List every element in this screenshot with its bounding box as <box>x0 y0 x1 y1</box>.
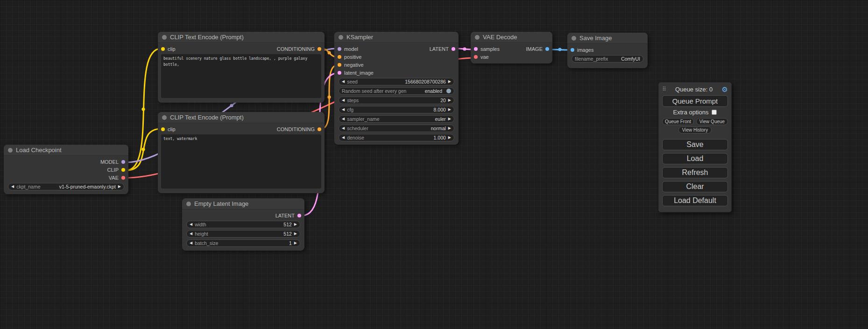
collapse-dot-icon[interactable] <box>572 36 576 41</box>
node-load-checkpoint-header[interactable]: Load Checkpoint <box>4 145 128 156</box>
widget-width[interactable]: ◀ width 512 ▶ <box>186 221 300 228</box>
view-queue-button[interactable]: View Queue <box>696 118 728 125</box>
input-slot-negative: negative <box>338 62 364 68</box>
conditioning-output-dot[interactable] <box>318 47 321 51</box>
output-slot-clip: CLIP <box>107 167 125 173</box>
widget-steps[interactable]: ◀ steps 20 ▶ <box>339 97 454 104</box>
decrement-icon[interactable]: ◀ <box>342 117 345 121</box>
clip-input-dot[interactable] <box>161 47 165 51</box>
decrement-icon[interactable]: ◀ <box>342 108 345 112</box>
settings-gear-icon[interactable]: ⚙ <box>722 86 728 93</box>
widget-sampler-name[interactable]: ◀ sampler_name euler ▶ <box>339 115 454 123</box>
image-output-dot[interactable] <box>545 47 549 51</box>
widget-value: 512 <box>283 231 292 237</box>
input-slot-latent-image: latent_image <box>338 70 374 76</box>
increment-icon[interactable]: ▶ <box>448 80 451 84</box>
clip-output-dot[interactable] <box>121 168 125 172</box>
decrement-icon[interactable]: ◀ <box>190 223 192 226</box>
widget-ckpt-name[interactable]: ◀ ckpt_name v1-5-pruned-emaonly.ckpt ▶ <box>8 183 124 190</box>
node-graph-canvas[interactable]: Load Checkpoint MODEL CLIP VAE <box>0 0 868 329</box>
output-slot-vae: VAE <box>109 175 125 181</box>
images-input-dot[interactable] <box>571 48 574 52</box>
positive-prompt-textarea[interactable]: beautiful scenery nature glass bottle la… <box>161 54 321 98</box>
increment-icon[interactable]: ▶ <box>294 223 297 226</box>
toggle-dot-icon[interactable] <box>446 89 451 93</box>
node-empty-latent-header[interactable]: Empty Latent Image <box>182 198 304 210</box>
increment-icon[interactable]: ▶ <box>118 185 121 189</box>
widget-value: 8.000 <box>434 107 446 112</box>
decrement-icon[interactable]: ◀ <box>342 126 345 130</box>
negative-prompt-textarea[interactable]: text, watermark <box>161 134 321 189</box>
view-history-button[interactable]: View History <box>678 126 712 133</box>
node-empty-latent-image[interactable]: Empty Latent Image LATENT ◀ width 512 ▶ … <box>182 198 304 251</box>
negative-input-dot[interactable] <box>338 63 341 67</box>
drag-handle-icon[interactable]: ⠿ <box>662 86 666 92</box>
vae-input-dot[interactable] <box>474 55 478 59</box>
widget-filename-prefix[interactable]: filename_prefix ComfyUI <box>572 55 643 63</box>
increment-icon[interactable]: ▶ <box>294 232 297 236</box>
decrement-icon[interactable]: ◀ <box>342 98 345 102</box>
node-clip-negative-header[interactable]: CLIP Text Encode (Prompt) <box>158 112 325 123</box>
input-slot-samples: samples <box>474 46 500 52</box>
save-button[interactable]: Save <box>662 139 728 150</box>
widget-value: normal <box>431 126 446 131</box>
widget-denoise[interactable]: ◀ denoise 1.000 ▶ <box>339 134 454 141</box>
node-clip-positive-header[interactable]: CLIP Text Encode (Prompt) <box>158 32 325 43</box>
node-clip-text-encode-positive[interactable]: CLIP Text Encode (Prompt) clip CONDITION… <box>158 32 325 103</box>
model-input-dot[interactable] <box>338 47 341 51</box>
widget-value: 20 <box>440 98 446 103</box>
vae-output-dot[interactable] <box>121 176 125 180</box>
increment-icon[interactable]: ▶ <box>448 108 451 112</box>
collapse-dot-icon[interactable] <box>8 148 13 153</box>
collapse-dot-icon[interactable] <box>162 115 167 120</box>
conditioning-output-dot[interactable] <box>318 127 321 131</box>
increment-icon[interactable]: ▶ <box>448 98 451 102</box>
latent-output-dot[interactable] <box>452 47 455 51</box>
node-load-checkpoint[interactable]: Load Checkpoint MODEL CLIP VAE <box>4 145 128 194</box>
widget-label: seed <box>347 79 358 84</box>
decrement-icon[interactable]: ◀ <box>11 185 14 189</box>
increment-icon[interactable]: ▶ <box>448 117 451 121</box>
load-default-button[interactable]: Load Default <box>662 195 728 206</box>
widget-scheduler[interactable]: ◀ scheduler normal ▶ <box>339 125 454 132</box>
extra-options-checkbox[interactable] <box>712 110 717 115</box>
load-button[interactable]: Load <box>662 153 728 164</box>
slot-label: CONDITIONING <box>277 46 315 52</box>
node-vae-decode-header[interactable]: VAE Decode <box>471 32 552 43</box>
widget-batch-size[interactable]: ◀ batch_size 1 ▶ <box>186 239 300 247</box>
latent-image-input-dot[interactable] <box>338 71 341 75</box>
widget-height[interactable]: ◀ height 512 ▶ <box>186 230 300 238</box>
collapse-dot-icon[interactable] <box>162 35 167 40</box>
increment-icon[interactable]: ▶ <box>448 136 451 140</box>
refresh-button[interactable]: Refresh <box>662 167 728 178</box>
node-vae-decode[interactable]: VAE Decode samples IMAGE vae <box>471 32 552 63</box>
latent-output-dot[interactable] <box>297 214 301 217</box>
collapse-dot-icon[interactable] <box>475 35 480 40</box>
clear-button[interactable]: Clear <box>662 181 728 192</box>
node-save-image[interactable]: Save Image images filename_prefix ComfyU… <box>567 33 648 68</box>
model-output-dot[interactable] <box>121 160 125 164</box>
decrement-icon[interactable]: ◀ <box>190 232 192 236</box>
node-save-image-header[interactable]: Save Image <box>567 33 648 44</box>
decrement-icon[interactable]: ◀ <box>342 136 345 140</box>
positive-input-dot[interactable] <box>338 55 341 59</box>
output-slot-image: IMAGE <box>526 46 549 52</box>
clip-input-dot[interactable] <box>161 127 165 131</box>
node-ksampler-header[interactable]: KSampler <box>334 32 459 43</box>
queue-prompt-button[interactable]: Queue Prompt <box>662 95 728 107</box>
collapse-dot-icon[interactable] <box>339 35 343 40</box>
decrement-icon[interactable]: ◀ <box>190 241 192 245</box>
widget-random-seed-toggle[interactable]: Random seed after every gen enabled <box>339 87 454 95</box>
wire-midpoint-dot <box>327 51 331 54</box>
queue-front-button[interactable]: Queue Front <box>662 118 694 125</box>
collapse-dot-icon[interactable] <box>186 202 191 206</box>
increment-icon[interactable]: ▶ <box>448 126 451 130</box>
slot-label: CLIP <box>107 167 119 173</box>
node-ksampler[interactable]: KSampler model LATENT positive <box>334 32 459 145</box>
widget-cfg[interactable]: ◀ cfg 8.000 ▶ <box>339 106 454 113</box>
decrement-icon[interactable]: ◀ <box>342 80 345 84</box>
widget-seed[interactable]: ◀ seed 156680208700286 ▶ <box>339 78 454 85</box>
node-clip-text-encode-negative[interactable]: CLIP Text Encode (Prompt) clip CONDITION… <box>158 112 325 193</box>
samples-input-dot[interactable] <box>474 47 478 51</box>
increment-icon[interactable]: ▶ <box>294 241 297 245</box>
